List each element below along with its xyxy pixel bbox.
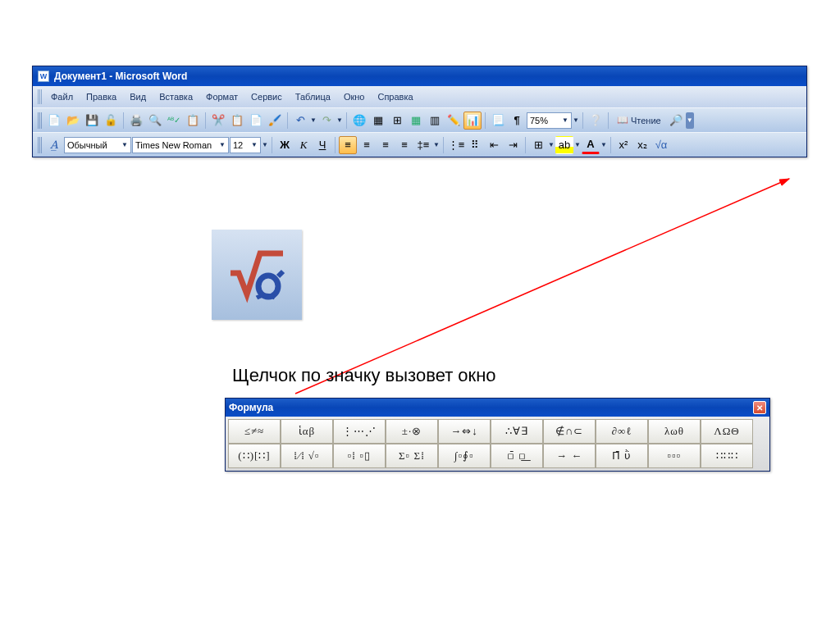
toolbar-grip[interactable] xyxy=(38,112,42,129)
new-doc-icon[interactable]: 📄 xyxy=(45,112,63,130)
menu-edit[interactable]: Правка xyxy=(80,89,122,104)
subscript-button[interactable]: x₂ xyxy=(633,136,651,154)
style-input[interactable] xyxy=(67,140,118,150)
separator xyxy=(123,112,124,129)
formula-titlebar[interactable]: Формула ✕ xyxy=(226,399,769,417)
style-combo[interactable]: ▼ xyxy=(64,137,131,153)
copy-icon[interactable]: 📋 xyxy=(228,112,246,130)
spaces-ellipses-button[interactable]: ἱαβ xyxy=(281,419,333,444)
page-setup-icon[interactable]: 📃 xyxy=(489,112,507,130)
borders-dd[interactable]: ▼ xyxy=(548,141,555,148)
redo-icon[interactable]: ↷ xyxy=(317,112,336,130)
menu-view[interactable]: Вид xyxy=(124,89,152,104)
insert-table-icon[interactable]: ⊞ xyxy=(388,112,406,130)
menu-table[interactable]: Таблица xyxy=(290,89,336,104)
zoom-combo[interactable]: ▼ xyxy=(527,112,572,129)
align-right-icon[interactable]: ≡ xyxy=(377,136,395,154)
menu-insert[interactable]: Вставка xyxy=(153,89,199,104)
decrease-indent-icon[interactable]: ⇤ xyxy=(485,136,503,154)
toolbar-grip[interactable] xyxy=(38,137,42,153)
cut-icon[interactable]: ✂️ xyxy=(209,112,227,130)
preview-icon[interactable]: 🔍 xyxy=(146,112,164,130)
show-marks-icon[interactable]: ¶ xyxy=(508,112,526,130)
save-icon[interactable]: 💾 xyxy=(83,112,101,130)
standard-toolbar: 📄 📂 💾 🔓 🖨️ 🔍 ᴬᴮ✓ 📋 ✂️ 📋 📄 🖌️ ↶▼ ↷▼ 🌐 ▦ ⊞… xyxy=(33,107,806,132)
fraction-radical-button[interactable]: ⁞⁄⁞ √▫ xyxy=(281,444,333,468)
menu-help[interactable]: Справка xyxy=(372,89,418,104)
spellcheck-icon[interactable]: ᴬᴮ✓ xyxy=(165,112,183,130)
fontcolor-dd[interactable]: ▼ xyxy=(600,141,607,148)
operator-symbols-button[interactable]: ±∙⊗ xyxy=(386,419,438,444)
menu-window[interactable]: Окно xyxy=(338,89,371,104)
doc-map-icon[interactable]: 📊 xyxy=(463,112,482,130)
undo-icon[interactable]: ↶ xyxy=(291,112,309,130)
redo-dd[interactable]: ▼ xyxy=(336,116,343,124)
fence-templates-button[interactable]: (∷)[∷] xyxy=(228,444,281,468)
greek-lowercase-button[interactable]: λωθ xyxy=(648,419,701,444)
misc-symbols-button[interactable]: ∂∞ℓ xyxy=(596,419,648,444)
columns-icon[interactable]: ▥ xyxy=(426,112,444,130)
products-button[interactable]: Π̄ ῢ xyxy=(596,444,648,468)
close-icon[interactable]: ✕ xyxy=(753,401,766,414)
highlight-icon[interactable]: ab xyxy=(555,136,573,154)
size-dd[interactable]: ▼ xyxy=(262,141,268,148)
embellishments-button[interactable]: ⋮⋯⋰ xyxy=(333,419,386,444)
menu-format[interactable]: Формат xyxy=(200,89,244,104)
hyperlink-icon[interactable]: 🌐 xyxy=(350,112,368,130)
print-icon[interactable]: 🖨️ xyxy=(127,112,145,130)
research-icon[interactable]: 📋 xyxy=(184,112,202,130)
size-input[interactable] xyxy=(233,140,248,150)
borders-icon[interactable]: ⊞ xyxy=(529,136,547,154)
bullets-icon[interactable]: ⠿ xyxy=(466,136,484,154)
set-theory-button[interactable]: ∉∩⊂ xyxy=(543,419,596,444)
open-icon[interactable]: 📂 xyxy=(64,112,82,130)
arrow-symbols-button[interactable]: →⇔↓ xyxy=(438,419,491,444)
find-icon[interactable]: 🔎 xyxy=(667,112,685,130)
excel-icon[interactable]: ▦ xyxy=(407,112,425,130)
spacing-dd[interactable]: ▼ xyxy=(433,141,440,148)
subscript-superscript-button[interactable]: ▫⁞ ▫▯ xyxy=(333,444,386,468)
styles-pane-icon[interactable]: A̲ xyxy=(45,136,63,154)
labeled-arrow-button[interactable]: → ← xyxy=(543,444,596,468)
numbering-icon[interactable]: ⋮≡ xyxy=(447,136,465,154)
undo-dd[interactable]: ▼ xyxy=(310,116,317,124)
justify-icon[interactable]: ≡ xyxy=(395,136,413,154)
bold-button[interactable]: Ж xyxy=(276,136,294,154)
font-input[interactable] xyxy=(135,140,216,150)
summation-button[interactable]: Σ▫ Σ⁞ xyxy=(386,444,438,468)
greek-uppercase-button[interactable]: ΛΩΘ xyxy=(701,419,753,444)
paste-icon[interactable]: 📄 xyxy=(247,112,265,130)
integral-button[interactable]: ∫▫∮▫ xyxy=(438,444,491,468)
separator xyxy=(335,137,336,153)
line-spacing-icon[interactable]: ‡≡ xyxy=(414,136,432,154)
matrix-templates2-button[interactable]: ∷∷∷ xyxy=(701,444,753,468)
font-color-icon[interactable]: A xyxy=(582,136,600,154)
overbar-underbar-button[interactable]: ▫̄ ▫͟ xyxy=(491,444,543,468)
logical-symbols-button[interactable]: ∴∀∃ xyxy=(491,419,543,444)
permission-icon[interactable]: 🔓 xyxy=(102,112,120,130)
increase-indent-icon[interactable]: ⇥ xyxy=(504,136,522,154)
align-left-icon[interactable]: ≡ xyxy=(339,136,357,154)
menu-file[interactable]: Файл xyxy=(45,89,79,104)
tables-borders-icon[interactable]: ▦ xyxy=(369,112,387,130)
help-icon[interactable]: ❔ xyxy=(587,112,605,130)
toolbar-options-dd[interactable]: ▼ xyxy=(686,112,694,129)
drawing-icon[interactable]: ✏️ xyxy=(445,112,463,130)
menubar-grip[interactable] xyxy=(38,89,42,104)
reading-layout-button[interactable]: 📖 Чтение xyxy=(612,112,666,130)
titlebar[interactable]: W Документ1 - Microsoft Word xyxy=(33,66,806,86)
relational-symbols-button[interactable]: ≤≠≈ xyxy=(228,419,281,444)
zoom-input[interactable] xyxy=(530,116,559,125)
zoom-dd[interactable]: ▼ xyxy=(573,116,579,124)
menu-service[interactable]: Сервис xyxy=(245,89,288,104)
underline-button[interactable]: Ч xyxy=(313,136,331,154)
size-combo[interactable]: ▼ xyxy=(230,137,261,153)
font-combo[interactable]: ▼ xyxy=(132,137,229,153)
italic-button[interactable]: К xyxy=(294,136,313,154)
format-painter-icon[interactable]: 🖌️ xyxy=(266,112,284,130)
equation-editor-button[interactable]: √α xyxy=(652,136,670,154)
align-center-icon[interactable]: ≡ xyxy=(358,136,376,154)
matrix-templates-button[interactable]: ▫▫▫ xyxy=(648,444,701,468)
highlight-dd[interactable]: ▼ xyxy=(574,141,581,148)
superscript-button[interactable]: x² xyxy=(614,136,632,154)
